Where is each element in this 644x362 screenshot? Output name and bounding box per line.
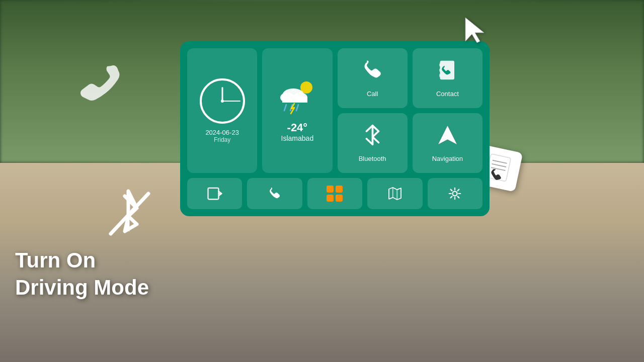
clock-day: Friday: [214, 136, 230, 143]
call-tile[interactable]: Call: [338, 48, 408, 108]
grid-cell-2: [336, 186, 343, 193]
nav-back-button[interactable]: [187, 178, 242, 209]
clock-hour-hand: [221, 87, 223, 101]
svg-line-13: [296, 105, 298, 111]
svg-rect-10: [282, 97, 307, 103]
call-label: Call: [367, 90, 378, 98]
svg-rect-15: [439, 63, 441, 66]
contact-tile[interactable]: Contact: [413, 48, 482, 108]
nav-bar: [187, 178, 482, 209]
grid-cell-1: [327, 186, 334, 193]
bluetooth-tile[interactable]: Bluetooth: [338, 113, 408, 173]
cursor-icon: [463, 15, 488, 45]
car-screen: 2024-06-23 Friday: [180, 41, 490, 216]
bluetooth-label: Bluetooth: [359, 155, 386, 162]
svg-rect-19: [208, 188, 218, 200]
navigation-label: Navigation: [432, 155, 463, 162]
grid-cell-4: [336, 195, 343, 202]
contact-icon: [436, 59, 459, 86]
nav-phone-button[interactable]: [247, 178, 302, 209]
clock-date: 2024-06-23: [205, 129, 239, 136]
clock-face: [200, 78, 245, 124]
phone-decoration-topleft: [78, 60, 123, 115]
svg-marker-0: [465, 18, 484, 43]
driving-mode-text: Turn On Driving Mode: [15, 247, 149, 302]
svg-rect-17: [439, 74, 441, 77]
clock-tile[interactable]: 2024-06-23 Friday: [187, 48, 257, 173]
clock-center-dot: [221, 100, 224, 103]
call-icon: [361, 59, 384, 86]
weather-city: Islamabad: [281, 134, 314, 142]
main-grid: 2024-06-23 Friday: [187, 48, 482, 173]
weather-temperature: -24°: [287, 121, 308, 134]
nav-settings-button[interactable]: [428, 178, 482, 209]
apps-grid-icon: [327, 186, 343, 202]
navigation-tile[interactable]: Navigation: [413, 113, 482, 173]
weather-tile[interactable]: -24° Islamabad: [262, 48, 332, 173]
contact-label: Contact: [436, 90, 459, 98]
bluetooth-decoration-left: [106, 186, 156, 243]
clock-minute-hand: [222, 101, 240, 102]
weather-icon: [277, 79, 317, 119]
svg-line-11: [284, 105, 286, 111]
nav-map-button[interactable]: [367, 178, 422, 209]
svg-rect-16: [439, 69, 441, 72]
grid-cell-3: [327, 195, 334, 202]
svg-point-22: [453, 192, 457, 196]
nav-apps-button[interactable]: [307, 178, 362, 209]
bluetooth-icon: [361, 124, 384, 151]
navigation-icon: [436, 124, 459, 151]
svg-marker-18: [438, 126, 457, 145]
